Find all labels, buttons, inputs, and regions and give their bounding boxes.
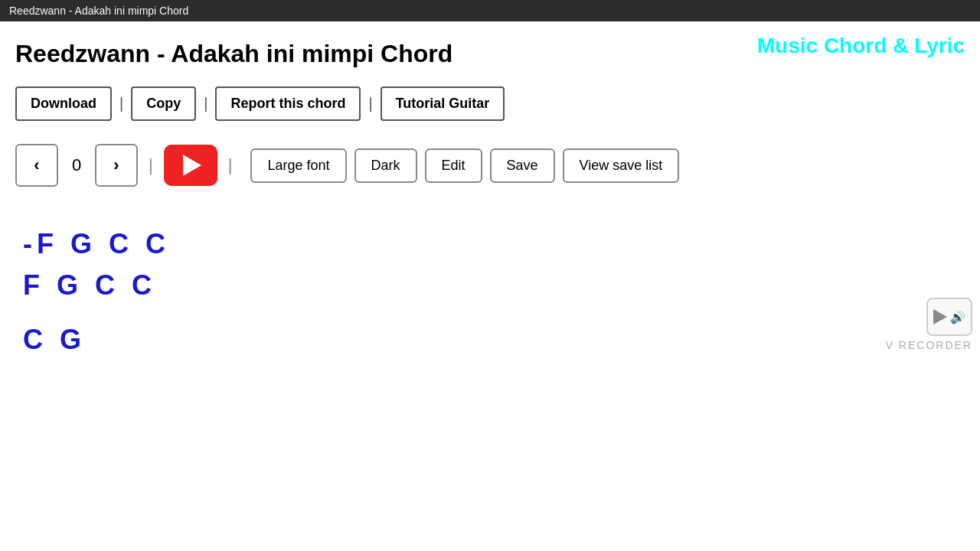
brand-text: Music Chord & Lyric: [757, 34, 965, 58]
edit-button[interactable]: Edit: [425, 148, 482, 183]
view-save-list-button[interactable]: View save list: [563, 148, 680, 183]
separator-3: |: [368, 95, 372, 112]
transpose-up-button[interactable]: ›: [95, 144, 138, 187]
chord-line-3: C G: [23, 321, 957, 359]
watermark-text: V RECORDER: [886, 339, 972, 351]
separator-yt: |: [228, 155, 233, 175]
copy-button[interactable]: Copy: [131, 86, 196, 121]
watermark: 🔊 V RECORDER: [886, 298, 972, 351]
dark-button[interactable]: Dark: [354, 148, 417, 183]
browser-bar: Reedzwann - Adakah ini mimpi Chord: [0, 0, 980, 21]
tutorial-guitar-button[interactable]: Tutorial Guitar: [381, 86, 505, 121]
browser-title: Reedzwann - Adakah ini mimpi Chord: [9, 5, 188, 17]
chord-line-2: F G C C: [23, 266, 957, 305]
download-button[interactable]: Download: [15, 86, 112, 121]
report-chord-button[interactable]: Report this chord: [215, 86, 361, 121]
controls-row: ‹ 0 › | | Large font Dark Edit Save View…: [15, 144, 965, 187]
large-font-button[interactable]: Large font: [250, 148, 346, 183]
separator-1: |: [119, 95, 123, 112]
chord-line-1: -F G C C: [23, 225, 957, 263]
transpose-down-button[interactable]: ‹: [15, 144, 58, 187]
separator-2: |: [204, 95, 207, 112]
watermark-icon: 🔊: [926, 298, 972, 336]
transpose-value: 0: [69, 155, 84, 175]
save-button[interactable]: Save: [490, 148, 555, 183]
chord-content: -F G C C F G C C C G: [15, 225, 965, 359]
separator-nav: |: [149, 155, 153, 175]
watermark-vol-icon: 🔊: [950, 310, 965, 324]
watermark-play-icon: [933, 309, 947, 324]
main-content: Music Chord & Lyric Reedzwann - Adakah i…: [0, 21, 980, 359]
youtube-play-button[interactable]: [164, 145, 217, 186]
yt-play-icon: [183, 155, 201, 176]
action-row: Download | Copy | Report this chord | Tu…: [15, 86, 965, 121]
